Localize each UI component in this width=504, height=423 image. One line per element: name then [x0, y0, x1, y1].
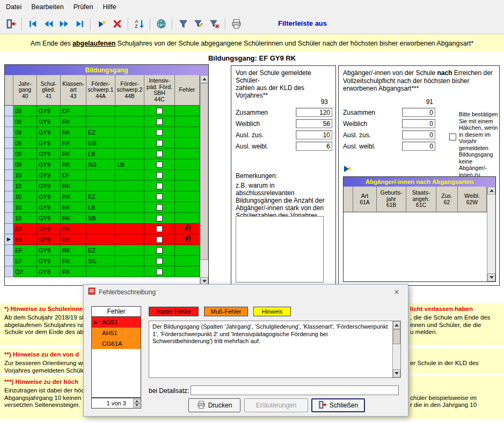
keine-abgaenger-checkbox[interactable] — [449, 133, 456, 140]
intensiv-checkbox[interactable] — [156, 129, 163, 136]
description-scrollbar[interactable] — [392, 321, 400, 377]
table-row[interactable]: 09GY9DF — [5, 106, 208, 116]
row-selector[interactable] — [5, 116, 13, 127]
close-icon[interactable]: × — [385, 285, 408, 299]
scroll-thumb[interactable] — [393, 329, 400, 344]
table-row[interactable]: EFGY9RKSG — [5, 256, 208, 266]
row-selector[interactable] — [5, 266, 13, 277]
scroll-up-button[interactable] — [393, 321, 400, 329]
intensiv-checkbox[interactable] — [156, 236, 163, 243]
menu-item-datei[interactable]: Datei — [1, 1, 26, 13]
row-selector[interactable] — [5, 245, 13, 256]
cell-fs2 — [115, 127, 144, 138]
intensiv-checkbox[interactable] — [156, 108, 163, 114]
toolbar-button-filter[interactable] — [176, 17, 191, 31]
row-selector[interactable] — [5, 181, 13, 191]
intensiv-checkbox[interactable] — [156, 140, 163, 146]
menu-item-pruefen[interactable]: Prüfen — [69, 1, 98, 13]
field-value[interactable]: 6 — [296, 142, 332, 151]
field-value[interactable]: 0 — [402, 108, 435, 117]
table-row[interactable]: 09GY9RKLB — [5, 149, 208, 159]
intensiv-checkbox[interactable] — [156, 172, 163, 179]
toolbar-button-print[interactable] — [229, 17, 244, 31]
table-row[interactable]: ▶EFGY9RK — [5, 234, 208, 245]
scroll-up-button[interactable] — [487, 187, 495, 195]
spin-up-button[interactable] — [133, 399, 140, 403]
toolbar-button-first-record[interactable] — [26, 17, 40, 31]
toolbar-button-new-record[interactable] — [94, 17, 109, 31]
row-selector[interactable] — [5, 224, 13, 234]
field-value[interactable]: 0 — [402, 130, 435, 139]
bemerkungen-input[interactable] — [236, 216, 324, 283]
schliessen-button[interactable]: Schließen — [311, 398, 365, 412]
field-value[interactable]: 56 — [296, 119, 332, 128]
toolbar-button-globe[interactable] — [154, 17, 169, 31]
error-description-box[interactable]: Der Bildungsgang (Spalten 'Jahrgang', 'S… — [149, 321, 401, 378]
row-selector[interactable] — [5, 159, 13, 170]
abgangsarten-scrollbar[interactable] — [487, 187, 495, 281]
row-selector[interactable] — [5, 170, 13, 181]
row-selector[interactable] — [5, 256, 13, 266]
intensiv-checkbox[interactable] — [156, 204, 163, 211]
intensiv-checkbox[interactable] — [156, 183, 163, 189]
intensiv-checkbox[interactable] — [156, 118, 163, 125]
detailsatz-input[interactable] — [191, 385, 399, 395]
intensiv-checkbox[interactable] — [156, 194, 163, 200]
toolbar-button-filter-edit[interactable] — [192, 17, 206, 31]
row-selector[interactable] — [5, 213, 13, 224]
toolbar-button-last-record[interactable] — [72, 17, 87, 31]
menu-item-hilfe[interactable]: Hilfe — [98, 1, 121, 13]
row-selector[interactable] — [5, 127, 13, 138]
erlaeuterungen-button[interactable]: Erläuterungen — [244, 398, 308, 412]
toolbar-button-fast-back[interactable] — [41, 17, 56, 31]
toolbar-button-filter-clear[interactable] — [207, 17, 222, 31]
intensiv-checkbox[interactable] — [156, 161, 163, 168]
toolbar-button-delete-record[interactable] — [110, 17, 125, 31]
table-row[interactable]: 10GY9RKEZ — [5, 191, 208, 202]
scroll-down-button[interactable] — [393, 369, 400, 377]
table-row[interactable]: 10GY9RKSB — [5, 213, 208, 224]
row-selector[interactable] — [5, 191, 13, 202]
scroll-down-button[interactable] — [487, 273, 495, 281]
table-row[interactable]: EFGY9RKEZ — [5, 245, 208, 256]
field-value[interactable]: 0 — [402, 119, 435, 128]
row-selector[interactable] — [5, 106, 13, 116]
drucken-button[interactable]: Drucken — [188, 398, 240, 412]
intensiv-checkbox[interactable] — [156, 151, 163, 157]
menu-item-bearbeiten[interactable]: Bearbeiten — [26, 1, 68, 13]
error-row[interactable]: AH51 — [92, 328, 141, 338]
intensiv-checkbox[interactable] — [156, 215, 163, 221]
table-row[interactable]: Q2GY8RK — [5, 266, 208, 277]
confirm-arrow-icon[interactable] — [343, 165, 353, 173]
toolbar-button-fast-forward[interactable] — [57, 17, 71, 31]
intensiv-checkbox[interactable] — [156, 247, 163, 254]
toolbar-button-sort[interactable]: AZ — [132, 17, 147, 31]
intensiv-checkbox[interactable] — [156, 269, 163, 275]
error-row[interactable]: CG61A — [92, 338, 141, 349]
table-row[interactable]: 09GY9RKGB — [5, 138, 208, 149]
error-row[interactable]: ▶AG51 — [92, 317, 141, 328]
table-row[interactable]: EFGY9RK — [5, 224, 208, 234]
intensiv-checkbox[interactable] — [156, 258, 163, 264]
table-row[interactable]: 09GY9RK — [5, 116, 208, 127]
table-row[interactable]: 10GY9DF — [5, 170, 208, 181]
spin-down-button[interactable] — [133, 403, 140, 407]
field-value[interactable]: 10 — [296, 130, 332, 139]
table-row[interactable]: 10GY9RKLB — [5, 202, 208, 213]
scroll-thumb[interactable] — [200, 83, 208, 260]
scroll-up-button[interactable] — [200, 75, 208, 83]
dialog-titlebar[interactable]: Fehlerbeschreibung — [84, 285, 408, 299]
intensiv-checkbox[interactable] — [156, 226, 163, 232]
row-selector[interactable] — [5, 138, 13, 149]
table-row[interactable]: 09GY9RKEZ — [5, 127, 208, 138]
row-selector[interactable] — [5, 149, 13, 159]
toolbar-button-exit[interactable] — [4, 17, 18, 31]
row-selector[interactable] — [5, 202, 13, 213]
field-value[interactable]: 0 — [402, 142, 435, 151]
row-selector[interactable]: ▶ — [5, 234, 13, 245]
bildungsgang-scrollbar[interactable] — [200, 75, 208, 285]
cell-intensiv — [144, 106, 175, 116]
table-row[interactable]: 09GY9RKSGLB — [5, 159, 208, 170]
field-value[interactable]: 120 — [296, 108, 332, 117]
table-row[interactable]: 10GY9RK — [5, 181, 208, 191]
